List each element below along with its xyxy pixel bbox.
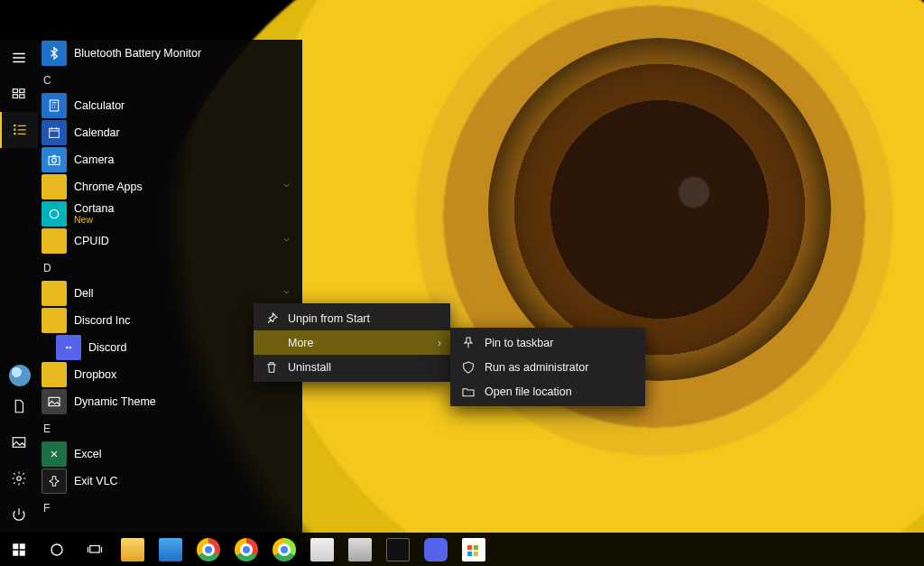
svg-rect-22 [13,550,18,555]
hamburger-icon[interactable] [0,40,38,76]
taskbar-app-1[interactable] [303,533,341,566]
taskbar-this-pc[interactable] [152,533,189,566]
svg-point-16 [50,209,58,218]
cortana-search-button[interactable] [38,533,76,566]
app-exit-vlc[interactable]: Exit VLC [38,468,302,495]
svg-rect-8 [18,129,26,130]
svg-rect-6 [14,133,15,135]
ctx-label: Uninstall [288,361,331,374]
all-apps-icon[interactable] [0,112,38,148]
start-menu: Bluetooth Battery Monitor C Calculator C… [0,40,302,533]
svg-rect-1 [13,95,17,98]
ctx-label: Run as administrator [485,361,588,374]
excel-icon [42,441,67,467]
app-label: Chrome Apps [74,181,143,193]
new-badge: New [74,215,114,225]
exit-vlc-icon [42,469,67,494]
svg-rect-0 [13,89,17,93]
svg-rect-5 [14,129,15,131]
app-label: Excel [74,448,102,460]
folder-icon [42,308,67,333]
app-label: CPUID [74,235,109,247]
task-view-button[interactable] [76,533,114,566]
svg-rect-4 [14,125,15,126]
taskbar-app-2[interactable] [341,533,379,566]
ctx-label: More [288,337,313,349]
terminal-icon [386,538,410,561]
app-label: Bluetooth Battery Monitor [74,47,201,60]
app-label: Discord [88,341,126,354]
taskbar-discord[interactable] [417,533,455,566]
recent-icon[interactable] [0,76,38,112]
app-label: Exit VLC [74,475,118,487]
app-label: Calendar [74,126,120,139]
section-header-e[interactable]: E [38,415,302,441]
taskbar-chrome-1[interactable] [189,533,227,566]
bluetooth-icon [42,41,67,66]
ctx-more[interactable]: More › [254,330,450,355]
chrome-icon [235,538,258,561]
start-app-list[interactable]: Bluetooth Battery Monitor C Calculator C… [38,40,302,533]
app-excel[interactable]: Excel [38,441,302,468]
taskbar-store[interactable] [455,533,493,566]
svg-point-18 [69,347,71,349]
documents-icon[interactable] [0,388,38,424]
ctx-label: Unpin from Start [288,312,370,325]
app-label: Camera [74,153,114,166]
svg-rect-12 [50,100,58,111]
pictures-icon[interactable] [0,424,38,460]
svg-rect-20 [13,543,18,549]
folder-icon [42,281,67,306]
svg-rect-13 [50,128,60,137]
app-calculator[interactable]: Calculator [38,92,302,119]
generic-app-icon [310,538,334,561]
ctx-unpin-from-start[interactable]: Unpin from Start [254,306,450,330]
app-calendar[interactable]: Calendar [38,119,302,146]
context-submenu: Pin to taskbar Run as administrator Open… [450,328,645,406]
ctx-open-file-location[interactable]: Open file location [450,379,645,404]
settings-icon[interactable] [0,460,38,496]
app-chrome-apps[interactable]: Chrome Apps [38,173,302,200]
taskbar-chrome-2[interactable] [227,533,265,566]
svg-rect-21 [20,543,25,549]
chevron-down-icon [282,235,291,247]
taskbar-file-explorer[interactable] [114,533,152,566]
taskbar-terminal[interactable] [379,533,417,566]
ctx-pin-to-taskbar[interactable]: Pin to taskbar [450,330,645,355]
ctx-label: Open file location [485,385,572,398]
folder-icon [42,174,67,199]
context-menu: Unpin from Start More › Uninstall [254,303,450,382]
app-bluetooth-battery-monitor[interactable]: Bluetooth Battery Monitor [38,40,302,67]
calendar-icon [42,120,67,145]
section-header-d[interactable]: D [38,255,302,280]
svg-rect-10 [13,438,25,448]
section-header-c[interactable]: C [38,67,302,92]
ctx-run-as-administrator[interactable]: Run as administrator [450,355,645,379]
camera-icon [42,147,67,172]
chevron-right-icon: › [438,336,441,349]
start-button[interactable] [0,533,38,566]
taskbar [0,533,924,566]
app-cpuid[interactable]: CPUID [38,227,302,255]
trash-icon [264,360,279,375]
this-pc-icon [159,538,182,561]
power-icon[interactable] [0,496,38,533]
discord-icon [56,335,81,360]
generic-app-icon [348,538,372,561]
app-label: Dropbox [74,368,116,381]
section-header-f[interactable]: F [38,495,302,520]
ctx-uninstall[interactable]: Uninstall [254,355,450,379]
folder-open-icon [461,385,476,399]
folder-icon [42,362,67,387]
app-cortana[interactable]: Cortana New [38,200,302,227]
svg-point-24 [51,544,62,555]
app-camera[interactable]: Camera [38,146,302,173]
user-avatar-icon[interactable] [9,365,31,386]
svg-rect-19 [49,397,60,405]
taskbar-chrome-canary[interactable] [265,533,303,566]
app-label: Discord Inc [74,314,131,327]
app-label: Calculator [74,99,125,112]
microsoft-store-icon [462,538,485,561]
app-dynamic-theme[interactable]: Dynamic Theme [38,388,302,415]
app-label: Dell [74,287,94,300]
